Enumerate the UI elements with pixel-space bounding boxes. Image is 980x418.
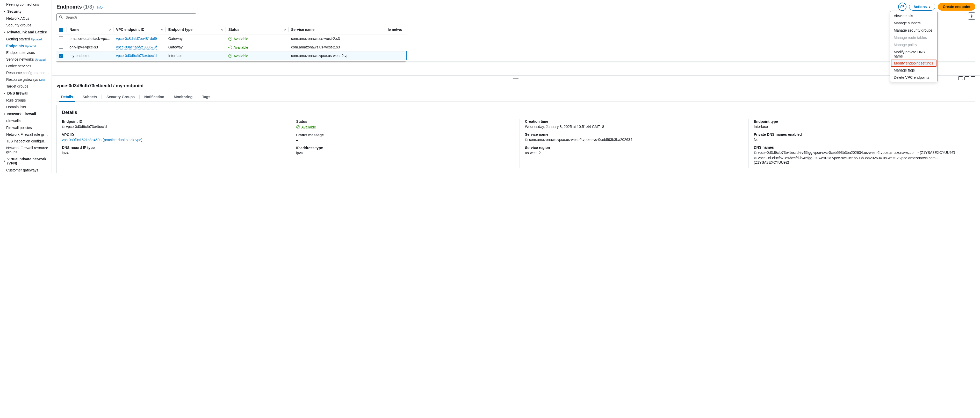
col-network[interactable]: le netwo — [385, 25, 406, 34]
menu-delete-vpc-endpoints[interactable]: Delete VPC endpoints — [890, 74, 937, 81]
copy-icon[interactable]: ⧉ — [754, 156, 757, 160]
sidebar-item-firewalls[interactable]: Firewalls — [0, 118, 51, 124]
value-ip-type: ipv4 — [296, 151, 512, 155]
refresh-button[interactable] — [898, 3, 907, 11]
cell-status: ✓Available — [228, 37, 248, 41]
actions-dropdown: View details Manage subnets Manage secur… — [890, 11, 937, 83]
sidebar-group-vpn[interactable]: Virtual private network (VPN) — [0, 156, 51, 167]
col-service-name[interactable]: Service name — [288, 25, 385, 34]
label-dns-record-type: DNS record IP type — [62, 146, 283, 150]
cell-status: ✓Available — [228, 54, 248, 58]
sidebar-item-service-networks[interactable]: Service networksUpdated — [0, 56, 51, 63]
cell-vpce-link[interactable]: vpce-0d3d9cfb73e4becfd — [116, 54, 157, 58]
copy-icon[interactable]: ⧉ — [62, 125, 65, 129]
value-endpoint-id: vpce-0d3d9cfb73e4becfd — [66, 125, 107, 129]
chevron-up-icon: ▲ — [929, 5, 931, 8]
sidebar-group-security[interactable]: Security — [0, 8, 51, 15]
label-dns-names: DNS names — [754, 145, 970, 149]
sidebar-group-privatelink[interactable]: PrivateLink and Lattice — [0, 29, 51, 36]
sidebar-item-fwpolicies[interactable]: Firewall policies — [0, 124, 51, 131]
value-service-name: com.amazonaws.vpce.us-west-2.vpce-svc-0c… — [529, 138, 632, 141]
copy-icon[interactable]: ⧉ — [525, 138, 528, 142]
sidebar-item-nfw-rulegroups[interactable]: Network Firewall rule groups — [0, 131, 51, 138]
value-vpc-id-link[interactable]: vpc-0a9f0c1621c8e450a (practice-dual-sta… — [62, 138, 142, 142]
menu-manage-security-groups[interactable]: Manage security groups — [890, 27, 937, 34]
value-private-dns: No — [754, 138, 970, 141]
page-title: Endpoints (1/3) — [56, 4, 95, 10]
cell-vpce-link[interactable]: vpce-0c8dafd7ee481def9 — [116, 37, 157, 41]
badge-updated: Updated — [25, 45, 36, 48]
sort-icon: ▽ — [161, 28, 163, 31]
label-creation-time: Creation time — [525, 119, 741, 124]
sidebar-item-resource-gateways[interactable]: Resource gatewaysNew — [0, 76, 51, 83]
endpoints-table: Name▽ VPC endpoint ID▽ Endpoint type▽ St… — [56, 25, 975, 62]
tab-notification[interactable]: Notification — [140, 92, 169, 102]
sidebar-item-peering[interactable]: Peering connections — [0, 1, 51, 8]
col-endpoint-type[interactable]: Endpoint type▽ — [166, 25, 226, 34]
sidebar-item-lattice-services[interactable]: Lattice services — [0, 63, 51, 69]
panel-layout-bottom-icon[interactable] — [958, 76, 963, 80]
details-card-title: Details — [62, 110, 970, 115]
menu-view-details[interactable]: View details — [890, 12, 937, 19]
copy-icon[interactable]: ⧉ — [754, 151, 757, 155]
select-all-checkbox[interactable] — [59, 28, 63, 32]
menu-modify-endpoint-settings[interactable]: Modify endpoint settings — [891, 60, 937, 67]
sidebar-item-secgroups[interactable]: Security groups — [0, 22, 51, 29]
badge-updated: Updated — [31, 38, 42, 41]
tab-details[interactable]: Details — [56, 92, 78, 102]
sidebar-item-tls-inspection[interactable]: TLS inspection configurations — [0, 138, 51, 145]
row-checkbox[interactable] — [59, 36, 63, 40]
tab-security-groups[interactable]: Security Groups — [102, 92, 139, 102]
sidebar-item-resource-configs[interactable]: Resource configurationsNew — [0, 69, 51, 76]
divider — [964, 13, 964, 19]
create-endpoint-button[interactable]: Create endpoint — [938, 3, 975, 11]
cell-service: com.amazonaws.us-west-2.s3 — [288, 34, 385, 43]
search-input[interactable] — [56, 13, 196, 21]
sidebar-item-target-groups[interactable]: Target groups — [0, 83, 51, 90]
col-status[interactable]: Status▽ — [226, 25, 288, 34]
menu-manage-tags[interactable]: Manage tags — [890, 67, 937, 74]
sidebar-item-endpoints[interactable]: EndpointsUpdated — [0, 43, 51, 49]
row-checkbox[interactable] — [59, 54, 63, 58]
table-row[interactable]: only-ipv4-vpce-s3 vpce-09ac4abf2c983579f… — [56, 43, 406, 51]
horizontal-scrollbar[interactable] — [56, 61, 975, 62]
col-name[interactable]: Name▽ — [67, 25, 113, 34]
menu-manage-subnets[interactable]: Manage subnets — [890, 19, 937, 27]
sidebar-item-endpoint-services[interactable]: Endpoint services — [0, 49, 51, 56]
sidebar-item-getting-started[interactable]: Getting startedUpdated — [0, 36, 51, 43]
details-card: Details Endpoint ID ⧉vpce-0d3d9cfb73e4be… — [56, 105, 975, 173]
sidebar-item-domainlists[interactable]: Domain lists — [0, 103, 51, 110]
table-row[interactable]: practice-dual-stack-vpc… vpce-0c8dafd7ee… — [56, 34, 406, 43]
col-vpce-id[interactable]: VPC endpoint ID▽ — [113, 25, 166, 34]
tab-monitoring[interactable]: Monitoring — [169, 92, 197, 102]
panel-layout-full-icon[interactable] — [970, 76, 975, 80]
menu-modify-private-dns[interactable]: Modify private DNS name — [890, 48, 937, 60]
tab-subnets[interactable]: Subnets — [78, 92, 102, 102]
actions-button[interactable]: Actions ▲ — [909, 3, 935, 11]
sidebar-item-nfw-resgroups[interactable]: Network Firewall resource groups — [0, 145, 51, 156]
cell-vpce-link[interactable]: vpce-09ac4abf2c983579f — [116, 45, 157, 49]
sidebar-item-rulegroups[interactable]: Rule groups — [0, 97, 51, 103]
sidebar-group-netfw[interactable]: Network Firewall — [0, 110, 51, 118]
sort-icon: ▽ — [221, 28, 223, 31]
info-link[interactable]: Info — [97, 6, 103, 10]
label-vpc-id: VPC ID — [62, 133, 283, 137]
refresh-icon — [900, 5, 904, 9]
label-status-message: Status message — [296, 133, 512, 137]
sidebar-item-nacls[interactable]: Network ACLs — [0, 15, 51, 22]
cell-type: Gateway — [166, 43, 226, 51]
detail-panel: vpce-0d3d9cfb73e4becfd / my-endpoint Det… — [52, 81, 980, 173]
svg-point-0 — [60, 16, 62, 18]
row-checkbox[interactable] — [59, 45, 63, 49]
table-row[interactable]: my-endpoint vpce-0d3d9cfb73e4becfd Inter… — [56, 51, 406, 60]
tab-tags[interactable]: Tags — [197, 92, 215, 102]
settings-button[interactable] — [968, 13, 975, 20]
sidebar-item-customer-gw[interactable]: Customer gateways — [0, 167, 51, 173]
sidebar-group-dnsfw[interactable]: DNS firewall — [0, 90, 51, 97]
cell-type: Gateway — [166, 34, 226, 43]
detail-heading: vpce-0d3d9cfb73e4becfd / my-endpoint — [56, 83, 975, 89]
panel-resize-handle[interactable] — [52, 75, 980, 81]
panel-layout-right-icon[interactable] — [964, 76, 969, 80]
label-service-name: Service name — [525, 132, 741, 137]
label-ip-type: IP address type — [296, 146, 512, 150]
